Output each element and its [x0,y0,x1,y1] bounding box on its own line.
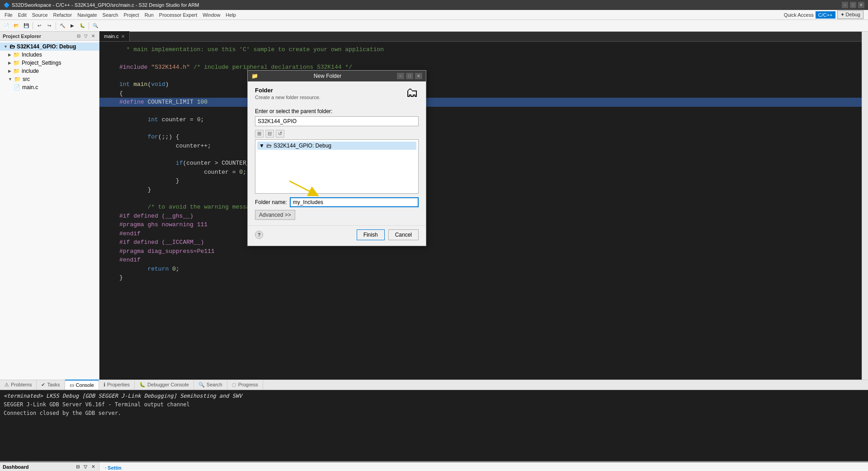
menu-navigate[interactable]: Navigate [75,11,99,19]
dialog-minimize-button[interactable]: − [397,73,404,79]
line-number [99,63,118,72]
menu-help[interactable]: Help [223,11,239,19]
tree-item-include-label: include [22,68,39,74]
code-line [99,107,862,115]
tab-debugger-console[interactable]: 🐛 Debugger Console [135,380,194,390]
file-icon: 📄 [14,84,20,90]
maximize-button[interactable]: □ [850,2,856,8]
debug-mode-button[interactable]: ✦ Debug [837,10,863,19]
tree-item-root[interactable]: ▼ 🗁 S32K144_GPIO: Debug [0,43,99,51]
menu-file[interactable]: File [2,11,15,19]
line-content: * main implementation: use this 'C' samp… [118,45,862,54]
includes-icon: 📁 [13,52,20,58]
line-number [99,273,118,282]
tree-item-src[interactable]: ▼ 📁 src [0,75,99,83]
tree-item-includes[interactable]: ▶ 📁 Includes [0,51,99,59]
dialog-folder-name-input[interactable] [290,197,419,207]
tab-tasks[interactable]: ✔ Tasks [37,380,65,390]
tab-search[interactable]: 🔍 Search [194,380,227,390]
project-tree: ▼ 🗁 S32K144_GPIO: Debug ▶ 📁 Includes ▶ 📁… [0,41,99,380]
dash-close-icon[interactable]: ✕ [90,464,96,470]
dialog-cancel-button[interactable]: Cancel [388,229,419,240]
line-content: #endif [118,229,862,238]
menu-project[interactable]: Project [121,11,142,19]
line-content: return 0; [118,265,862,274]
menu-bar: File Edit Source Refactor Navigate Searc… [0,10,868,20]
settings-title: · Settin [103,464,123,471]
lang-mode-button[interactable]: C/C++ [816,11,835,19]
close-button[interactable]: ✕ [858,2,864,8]
save-btn[interactable]: 💾 [22,21,31,30]
line-number [99,229,118,238]
search-toolbar-btn[interactable]: 🔍 [91,21,100,30]
code-line [99,54,862,63]
panel-minimize-icon[interactable]: ⊟ [75,33,82,39]
menu-window[interactable]: Window [200,11,223,19]
console-content: <terminated> LKSS Debug [GDB SEGGER J-Li… [0,390,868,461]
tab-progress[interactable]: ◌ Progress [227,380,263,390]
editor-tab-close-icon[interactable]: ✕ [121,34,125,39]
dialog-tree-controls: ⊞ ⊟ ↺ [255,130,419,138]
line-number [99,212,118,221]
code-line: #endif [99,256,862,265]
tree-item-mainc[interactable]: 📄 main.c [0,83,99,91]
code-line: counter++; [99,142,862,151]
bottom-area: ⚠ Problems ✔ Tasks ▭ Console ℹ Propertie… [0,380,868,461]
dialog-header-row: Folder Create a new folder resource. 🗂 [255,87,419,105]
code-line: if(counter > COUNTER_LIMIT) { [99,159,862,168]
menu-source[interactable]: Source [29,11,51,19]
quick-access-label: Quick Access [784,12,814,18]
dialog-maximize-button[interactable]: □ [406,73,413,79]
menu-run[interactable]: Run [142,11,156,19]
menu-refactor[interactable]: Refactor [51,11,75,19]
project-explorer-panel: Project Explorer ⊟ ▽ ✕ ▼ 🗁 S32K144_GPIO:… [0,32,99,380]
dash-minimize-icon[interactable]: ⊟ [75,464,81,470]
line-number [99,247,118,256]
tab-properties[interactable]: ℹ Properties [99,380,135,390]
line-number [99,203,118,212]
line-content: if(counter > COUNTER_LIMIT) { [118,159,862,168]
new-btn[interactable]: 📄 [2,21,11,30]
line-content: for(;;) { [118,133,862,142]
menu-processor-expert[interactable]: Processor Expert [156,11,200,19]
menu-edit[interactable]: Edit [15,11,29,19]
project-explorer-header: Project Explorer ⊟ ▽ ✕ [0,32,99,41]
undo-btn[interactable]: ↩ [35,21,44,30]
redo-btn[interactable]: ↪ [45,21,54,30]
line-number [99,80,118,89]
line-number [99,98,118,107]
dialog-tree-collapse-btn[interactable]: ⊟ [265,130,274,138]
line-content: { [118,89,862,98]
progress-icon: ◌ [232,382,236,388]
code-line: #if defined (__ghs__) [99,212,862,221]
open-btn[interactable]: 📂 [12,21,21,30]
minimize-button[interactable]: − [842,2,848,8]
tree-item-mainc-label: main.c [22,84,38,90]
run-btn[interactable]: ▶ [68,21,77,30]
tab-problems[interactable]: ⚠ Problems [0,380,37,390]
dialog-finish-button[interactable]: Finish [357,229,385,240]
dialog-close-button[interactable]: ✕ [415,73,422,79]
dash-menu-icon[interactable]: ▽ [82,464,89,470]
dialog-tree-refresh-btn[interactable]: ↺ [276,130,284,138]
tab-console[interactable]: ▭ Console [65,380,99,390]
tree-item-project-settings[interactable]: ▶ 📁 Project_Settings [0,59,99,67]
debug-btn[interactable]: 🐛 [78,21,87,30]
build-btn[interactable]: 🔨 [58,21,67,30]
line-number [99,159,118,168]
dialog-help-button[interactable]: ? [255,231,263,239]
settings-icon: 📁 [13,60,20,66]
toolbar: 📄 📂 💾 ↩ ↪ 🔨 ▶ 🐛 🔍 [0,20,868,32]
code-line: return 0; [99,265,862,274]
tree-item-include[interactable]: ▶ 📁 include [0,67,99,75]
console-line-2: SEGGER J-Link GDB Server V6.16f - Termin… [4,400,864,409]
panel-close-icon[interactable]: ✕ [90,33,96,39]
dialog-parent-input[interactable] [255,116,419,126]
code-editor[interactable]: * main implementation: use this 'C' samp… [99,42,862,380]
dialog-tree-expand-btn[interactable]: ⊞ [255,130,264,138]
editor-tab-mainc[interactable]: main.c ✕ [99,31,130,41]
panel-menu-icon[interactable]: ▽ [83,33,89,39]
menu-search[interactable]: Search [100,11,121,19]
dialog-tree-item-root[interactable]: ▼ 🗁 S32K144_GPIO: Debug [257,142,416,150]
dialog-advanced-button[interactable]: Advanced >> [255,210,295,220]
